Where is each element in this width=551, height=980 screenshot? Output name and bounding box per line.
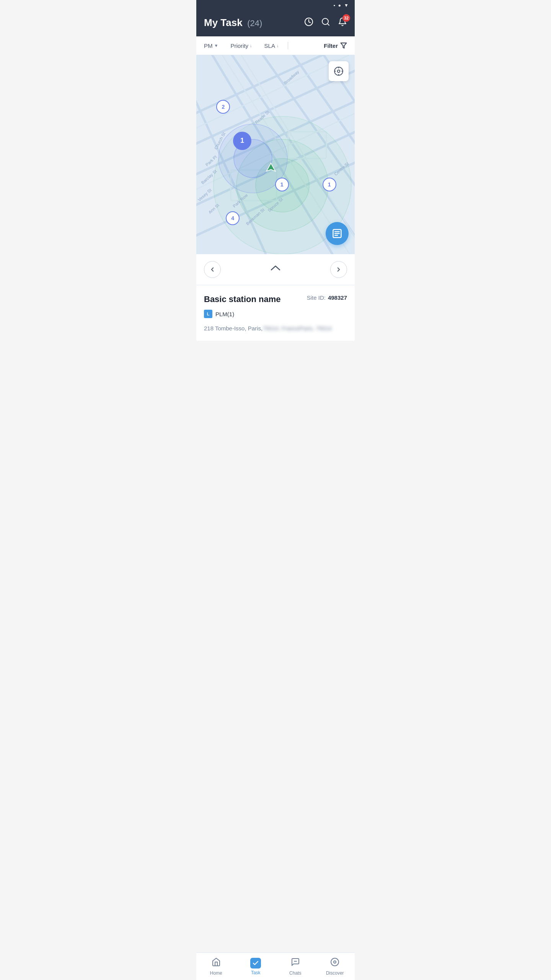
status-bar: ▪ ● ▼ <box>196 0 355 11</box>
plm-icon: L <box>204 310 212 318</box>
next-button[interactable] <box>330 261 347 278</box>
prev-button[interactable] <box>204 261 221 278</box>
station-header: Basic station name Site ID: 498327 <box>204 294 347 304</box>
list-view-fab[interactable] <box>326 222 349 245</box>
list-icon <box>332 228 342 239</box>
svg-line-2 <box>328 23 329 25</box>
notification-icon[interactable]: 32 <box>338 17 347 29</box>
map-container[interactable]: Broadway Reade St Park Pl Barclay St Ves… <box>196 55 355 254</box>
map-marker-4[interactable]: 1 <box>323 178 336 191</box>
address-blurred: 75014, FranceParis, 75014 <box>262 324 332 333</box>
station-name: Basic station name <box>204 294 281 304</box>
map-nav-bar <box>196 254 355 285</box>
filter-icon <box>340 42 347 49</box>
target-icon <box>334 66 344 76</box>
header-actions: 32 <box>304 17 347 29</box>
expand-up-button[interactable] <box>270 265 281 274</box>
site-id-value: 498327 <box>328 294 347 301</box>
address-visible: 218 Tombe-Isso, Paris, <box>204 325 262 332</box>
priority-arrow-icon: ↓ <box>250 43 252 48</box>
plm-text: PLM(1) <box>215 311 234 317</box>
history-icon[interactable] <box>304 17 313 29</box>
site-id-group: Site ID: 498327 <box>307 294 347 301</box>
map-marker-5[interactable]: 4 <box>226 211 240 225</box>
map-marker-1[interactable]: 1 <box>233 132 251 150</box>
next-icon <box>335 266 342 273</box>
site-id-label: Site ID: <box>307 294 326 301</box>
svg-point-28 <box>337 70 340 73</box>
notification-badge: 32 <box>342 14 350 22</box>
filter-bar: PM ▼ Priority ↓ SLA ↓ Filter <box>196 36 355 55</box>
svg-point-27 <box>334 67 343 75</box>
header: My Task (24) 32 <box>196 11 355 36</box>
priority-filter[interactable]: Priority ↓ <box>223 42 256 49</box>
battery-icon: ▪ <box>334 3 335 8</box>
station-card: Basic station name Site ID: 498327 L PLM… <box>196 285 355 341</box>
map-marker-2[interactable]: 2 <box>216 100 230 114</box>
page-title: My Task <box>204 17 243 28</box>
prev-icon <box>209 266 216 273</box>
signal-icon: ▼ <box>344 3 349 8</box>
bottom-nav-spacer <box>196 341 355 368</box>
header-title-group: My Task (24) <box>204 17 262 29</box>
svg-marker-33 <box>266 163 275 172</box>
circle-icon: ● <box>338 3 341 8</box>
task-count: (24) <box>247 18 262 28</box>
map-marker-3[interactable]: 1 <box>275 178 289 191</box>
filter-divider <box>288 42 288 49</box>
pm-arrow-icon: ▼ <box>214 43 218 48</box>
filter-button[interactable]: Filter <box>324 42 347 49</box>
map-target-button[interactable] <box>329 61 349 81</box>
search-icon[interactable] <box>321 17 330 29</box>
pm-filter[interactable]: PM ▼ <box>204 42 223 49</box>
svg-marker-3 <box>341 43 347 48</box>
sla-filter[interactable]: SLA ↓ <box>257 42 284 49</box>
station-address: 218 Tombe-Isso, Paris, 75014, FrancePari… <box>204 324 347 333</box>
navigation-arrow <box>266 162 276 175</box>
plm-tag: L PLM(1) <box>204 310 347 318</box>
chevron-up-icon <box>270 265 281 272</box>
sla-arrow-icon: ↓ <box>277 43 279 48</box>
